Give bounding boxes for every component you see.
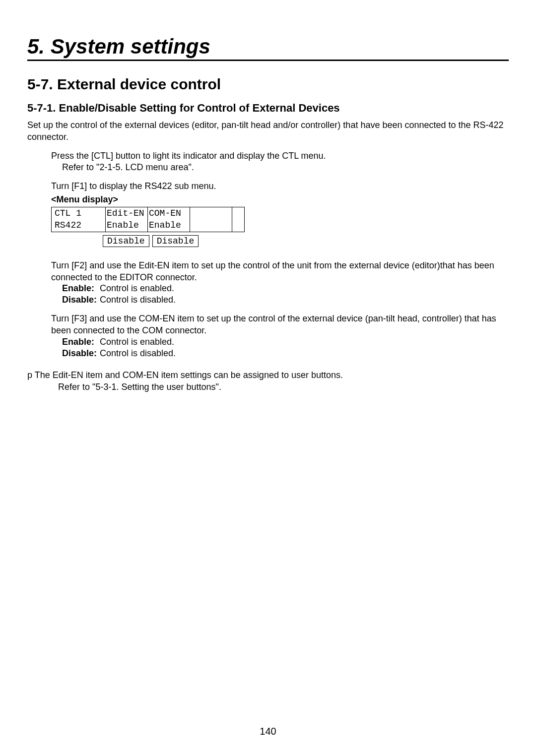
lcd-menu-display: CTL 1 Edit-EN COM-EN RS422 Enable Enable… xyxy=(51,207,245,247)
section-title: 5-7. External device control xyxy=(27,76,509,93)
step-1-line-1: Press the [CTL] button to light its indi… xyxy=(51,150,509,162)
note-line-1: p The Edit-EN item and COM-EN item setti… xyxy=(27,370,509,381)
note-line-2: Refer to "5-3-1. Setting the user button… xyxy=(58,381,509,393)
lcd-cell xyxy=(232,207,244,220)
lcd-cell xyxy=(190,219,232,232)
menu-display-label: <Menu display> xyxy=(51,194,509,205)
lcd-cell xyxy=(190,207,232,220)
chapter-title: 5. System settings xyxy=(27,35,210,58)
intro-paragraph: Set up the control of the external devic… xyxy=(27,120,509,143)
lcd-alt-values: Disable Disable xyxy=(51,235,245,247)
subsection-title: 5-7-1. Enable/Disable Setting for Contro… xyxy=(27,102,509,115)
lcd-cell: COM-EN xyxy=(148,207,190,220)
lcd-row-1: CTL 1 Edit-EN COM-EN xyxy=(52,207,244,220)
lcd-cell xyxy=(232,219,244,232)
alt-value-com-en: Disable xyxy=(152,235,199,247)
step-2: Turn [F1] to display the RS422 sub menu. xyxy=(51,181,509,192)
def-term: Enable: xyxy=(62,283,100,295)
def-term: Disable: xyxy=(62,348,100,360)
lcd-cell: Edit-EN xyxy=(106,207,148,220)
def-term: Enable: xyxy=(62,337,100,348)
lcd-cell: Enable xyxy=(106,219,148,232)
lcd-cell: RS422 xyxy=(54,219,106,232)
lcd-cell: CTL 1 xyxy=(54,207,106,220)
page-number: 140 xyxy=(0,726,536,737)
def-text: Control is disabled. xyxy=(100,348,179,360)
note-text-1: The Edit-EN item and COM-EN item setting… xyxy=(35,370,343,380)
note-bullet: p xyxy=(27,370,32,380)
f2-def-table: Enable: Control is enabled. Disable: Con… xyxy=(62,283,179,306)
lcd-cell: Enable xyxy=(148,219,190,232)
f2-paragraph: Turn [F2] and use the Edit-EN item to se… xyxy=(51,260,509,284)
def-text: Control is enabled. xyxy=(100,337,179,348)
alt-value-edit-en: Disable xyxy=(103,235,149,247)
f3-paragraph: Turn [F3] and use the COM-EN item to set… xyxy=(51,313,509,337)
f3-def-table: Enable: Control is enabled. Disable: Con… xyxy=(62,337,179,360)
step-1-line-2: Refer to "2-1-5. LCD menu area". xyxy=(62,162,509,174)
def-text: Control is enabled. xyxy=(100,283,179,295)
def-term: Disable: xyxy=(62,295,100,306)
lcd-row-2: RS422 Enable Enable xyxy=(52,219,244,232)
def-text: Control is disabled. xyxy=(100,295,179,306)
